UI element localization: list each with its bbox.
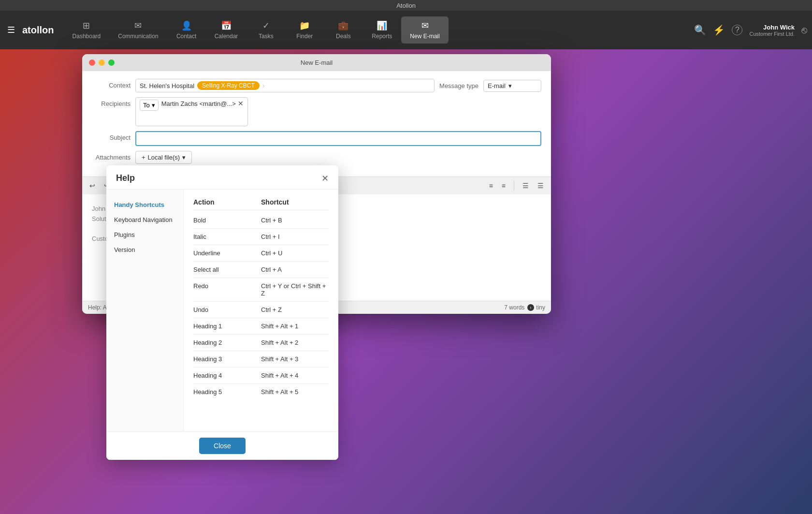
plus-icon: + (142, 154, 145, 161)
help-nav-version[interactable]: Version (106, 242, 183, 257)
shortcut-action: Heading 5 (193, 388, 261, 396)
shortcut-keys: Ctrl + A (261, 266, 329, 273)
shortcut-row: Heading 5 Shift + Alt + 5 (193, 384, 329, 400)
help-close-button[interactable]: ✕ (321, 174, 329, 183)
to-dropdown-icon: ▾ (152, 102, 155, 109)
shortcut-row: Undo Ctrl + Z (193, 302, 329, 318)
reports-icon: 📊 (377, 20, 387, 31)
finder-icon: 📁 (299, 20, 310, 31)
shortcut-keys: Shift + Alt + 4 (261, 372, 329, 379)
sidebar-item-calendar[interactable]: 📅 Calendar (206, 16, 247, 44)
toolbar-sep-5 (514, 181, 514, 191)
tasks-icon: ✓ (262, 20, 270, 31)
recipients-field[interactable]: To ▾ Martin Zachs <martin@...> ✕ (135, 97, 248, 126)
recipient-remove-button[interactable]: ✕ (238, 100, 244, 107)
shortcut-keys: Shift + Alt + 3 (261, 355, 329, 363)
help-nav-keyboard-navigation[interactable]: Keyboard Navigation (106, 212, 183, 227)
message-type-value: E-mail (488, 82, 506, 89)
help-dialog: Help ✕ Handy Shortcuts Keyboard Navigati… (106, 165, 338, 460)
lightning-icon[interactable]: ⚡ (713, 24, 725, 36)
help-dialog-header: Help ✕ (106, 165, 338, 190)
shortcut-action: Bold (193, 217, 261, 224)
title-bar: Atollon (0, 0, 812, 11)
shortcut-action: Italic (193, 233, 261, 240)
sidebar-item-dashboard[interactable]: ⊞ Dashboard (64, 16, 110, 44)
shortcut-action: Heading 2 (193, 339, 261, 346)
email-form: Context St. Helen's Hospital Selling X-R… (82, 71, 551, 176)
context-and-type: St. Helen's Hospital Selling X-Ray CBCT … (135, 79, 541, 92)
message-type-label: Message type (439, 82, 478, 89)
shortcut-keys: Ctrl + Y or Ctrl + Shift + Z (261, 282, 329, 297)
context-chevron-icon: › (262, 82, 265, 89)
window-maximize-button[interactable] (108, 59, 115, 66)
contact-label: Contact (176, 33, 196, 40)
calendar-label: Calendar (215, 33, 238, 40)
email-window-title: New E-mail (301, 59, 333, 66)
help-shortcuts-content: Action Shortcut Bold Ctrl + B Italic Ctr… (184, 190, 338, 431)
shortcut-keys: Shift + Alt + 1 (261, 323, 329, 330)
sidebar-item-finder[interactable]: 📁 Finder (285, 16, 324, 44)
sidebar-item-new-email[interactable]: ✉ New E-mail (401, 16, 448, 44)
window-controls (89, 59, 115, 66)
attachments-button[interactable]: + Local file(s) ▾ (135, 151, 192, 164)
sidebar-item-tasks[interactable]: ✓ Tasks (246, 16, 285, 44)
shortcut-action: Redo (193, 282, 261, 290)
calendar-icon: 📅 (221, 20, 232, 31)
help-nav-plugins[interactable]: Plugins (106, 227, 183, 242)
shortcut-keys: Ctrl + I (261, 233, 329, 240)
communication-icon: ✉ (134, 20, 142, 31)
subject-input[interactable] (135, 131, 541, 146)
shortcut-row: Heading 4 Shift + Alt + 4 (193, 367, 329, 384)
help-dialog-footer: Close (106, 431, 338, 460)
align-right-button[interactable]: ≡ (499, 180, 508, 191)
context-tag: Selling X-Ray CBCT (197, 81, 260, 90)
shortcut-row: Underline Ctrl + U (193, 245, 329, 262)
message-type-chevron-icon: ▾ (508, 82, 512, 89)
menu-icon[interactable]: ☰ (5, 22, 17, 38)
title-bar-title: Atollon (396, 2, 416, 9)
list-bullet-button[interactable]: ☰ (520, 180, 531, 191)
new-email-icon: ✉ (421, 20, 429, 31)
recipient-tag: Martin Zachs <martin@...> ✕ (161, 100, 244, 107)
shortcut-row: Redo Ctrl + Y or Ctrl + Shift + Z (193, 278, 329, 302)
context-field[interactable]: St. Helen's Hospital Selling X-Ray CBCT … (135, 79, 435, 92)
shortcut-row: Heading 3 Shift + Alt + 3 (193, 351, 329, 367)
list-number-button[interactable]: ☰ (535, 180, 546, 191)
attachments-row: Attachments + Local file(s) ▾ (92, 151, 541, 164)
window-close-button[interactable] (89, 59, 95, 66)
shortcut-row: Bold Ctrl + B (193, 212, 329, 229)
shortcut-action: Select all (193, 266, 261, 273)
main-content: New E-mail Context St. Helen's Hospital … (0, 49, 812, 514)
align-left-button[interactable]: ≡ (487, 180, 495, 191)
deals-label: Deals (336, 33, 351, 40)
shortcut-action: Heading 4 (193, 372, 261, 379)
sidebar-item-contact[interactable]: 👤 Contact (167, 16, 206, 44)
shortcut-keys: Ctrl + B (261, 217, 329, 224)
search-icon[interactable]: 🔍 (694, 24, 706, 36)
sidebar-item-communication[interactable]: ✉ Communication (109, 16, 167, 44)
logo-text: atollon (22, 25, 54, 36)
window-minimize-button[interactable] (99, 59, 105, 66)
undo-button[interactable]: ↩ (87, 180, 98, 191)
user-menu[interactable]: John Wick Customer First Ltd. (749, 24, 795, 37)
email-window-titlebar: New E-mail (82, 54, 551, 71)
nav-right: 🔍 ⚡ ? John Wick Customer First Ltd. ⎋ (694, 24, 807, 37)
finder-label: Finder (296, 33, 313, 40)
shortcut-action: Heading 1 (193, 323, 261, 330)
shortcut-keys: Ctrl + U (261, 250, 329, 257)
sidebar-item-reports[interactable]: 📊 Reports (362, 16, 401, 44)
tasks-label: Tasks (259, 33, 274, 40)
shortcut-row: Heading 2 Shift + Alt + 2 (193, 335, 329, 351)
sidebar-item-deals[interactable]: 💼 Deals (324, 16, 362, 44)
help-icon[interactable]: ? (732, 25, 742, 35)
to-select[interactable]: To ▾ (140, 100, 159, 111)
message-type-select[interactable]: E-mail ▾ (483, 80, 541, 92)
help-close-button-bottom[interactable]: Close (199, 438, 246, 454)
col-shortcut-header: Shortcut (261, 198, 329, 206)
logout-icon[interactable]: ⎋ (801, 25, 807, 36)
subject-row: Subject (92, 131, 541, 146)
nav-items: ⊞ Dashboard ✉ Communication 👤 Contact 📅 … (64, 16, 695, 44)
subject-label: Subject (92, 131, 130, 141)
help-nav-handy-shortcuts[interactable]: Handy Shortcuts (106, 197, 183, 212)
attachments-label: Attachments (92, 151, 130, 161)
